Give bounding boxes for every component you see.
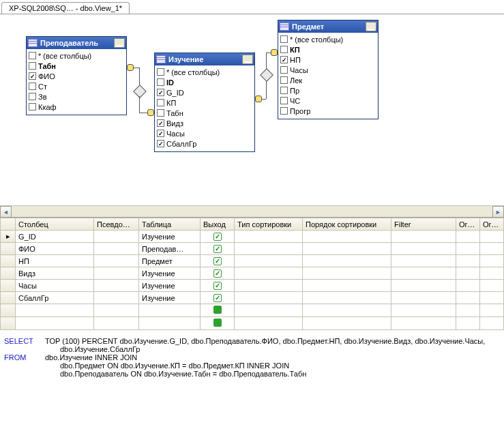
cell-blank[interactable] bbox=[391, 231, 456, 243]
cell-blank[interactable] bbox=[303, 243, 391, 255]
cell-output[interactable] bbox=[201, 243, 235, 255]
row-header[interactable] bbox=[1, 267, 16, 280]
table-title-bar[interactable]: Преподаватель ▬ bbox=[27, 37, 126, 49]
row-header[interactable] bbox=[1, 317, 16, 330]
column-checkbox[interactable] bbox=[29, 52, 36, 59]
column-checkbox[interactable] bbox=[157, 99, 164, 106]
minimize-button[interactable]: ▬ bbox=[366, 22, 376, 31]
grid-row[interactable]: ▸G_IDИзучение bbox=[1, 231, 504, 243]
column-row[interactable]: Ст bbox=[28, 81, 125, 91]
cell-column[interactable]: G_ID bbox=[16, 231, 94, 243]
header-table[interactable]: Таблица bbox=[139, 218, 201, 231]
column-row[interactable]: Часы bbox=[156, 128, 253, 138]
cell-blank[interactable] bbox=[235, 231, 303, 243]
cell-table[interactable] bbox=[139, 317, 201, 330]
output-checkbox[interactable] bbox=[213, 257, 222, 265]
scroll-left-button[interactable]: ◄ bbox=[0, 206, 12, 218]
grid-row[interactable]: ЧасыИзучение bbox=[1, 280, 504, 292]
cell-output[interactable] bbox=[201, 317, 235, 330]
header-output[interactable]: Выход bbox=[201, 218, 235, 231]
cell-blank[interactable] bbox=[480, 280, 504, 292]
column-row[interactable]: Часы bbox=[280, 65, 376, 75]
column-checkbox[interactable] bbox=[157, 130, 164, 137]
column-checkbox[interactable] bbox=[280, 46, 288, 53]
row-header[interactable] bbox=[1, 292, 16, 304]
column-row[interactable]: * (все столбцы) bbox=[280, 34, 376, 44]
cell-table[interactable]: Преподав… bbox=[139, 243, 201, 255]
column-checkbox[interactable] bbox=[29, 72, 36, 80]
cell-blank[interactable] bbox=[235, 317, 303, 330]
cell-blank[interactable] bbox=[303, 304, 391, 317]
document-tab[interactable]: XP-SQL2008\SQ… - dbo.View_1* bbox=[1, 2, 130, 14]
column-checkbox[interactable] bbox=[280, 76, 288, 84]
column-checkbox[interactable] bbox=[280, 35, 288, 43]
sql-pane[interactable]: SELECT TOP (100) PERCENT dbo.Изучение.G_… bbox=[0, 330, 504, 385]
output-checkbox[interactable] bbox=[213, 269, 222, 278]
cell-blank[interactable] bbox=[303, 292, 391, 304]
table-title-bar[interactable]: Предмет ▬ bbox=[278, 20, 378, 33]
column-checkbox[interactable] bbox=[280, 56, 288, 63]
output-checkbox[interactable] bbox=[213, 282, 222, 290]
cell-blank[interactable] bbox=[456, 280, 480, 292]
row-header[interactable] bbox=[1, 243, 16, 255]
diagram-scrollbar[interactable]: ◄ ► bbox=[0, 205, 504, 217]
cell-output[interactable] bbox=[201, 231, 235, 243]
cell-blank[interactable] bbox=[303, 255, 391, 267]
cell-blank[interactable] bbox=[391, 243, 456, 255]
column-checkbox[interactable] bbox=[157, 68, 164, 76]
cell-blank[interactable] bbox=[456, 243, 480, 255]
cell-blank[interactable] bbox=[480, 317, 504, 330]
header-column[interactable]: Столбец bbox=[16, 218, 94, 231]
cell-alias[interactable] bbox=[94, 280, 139, 292]
table-box-izuchenie[interactable]: Изучение ▬ * (все столбцы)IDG_IDКПТабнВи… bbox=[154, 53, 255, 152]
cell-blank[interactable] bbox=[456, 304, 480, 317]
header-or2[interactable]: Or… bbox=[480, 218, 504, 231]
column-checkbox[interactable] bbox=[157, 89, 164, 96]
cell-blank[interactable] bbox=[456, 255, 480, 267]
cell-alias[interactable] bbox=[94, 231, 139, 243]
cell-output[interactable] bbox=[201, 255, 235, 267]
cell-output[interactable] bbox=[201, 267, 235, 280]
column-checkbox[interactable] bbox=[157, 119, 164, 127]
minimize-button[interactable]: ▬ bbox=[242, 55, 253, 64]
cell-blank[interactable] bbox=[480, 255, 504, 267]
column-row[interactable]: СбаллГр bbox=[156, 138, 253, 149]
relation-diamond[interactable] bbox=[135, 87, 145, 96]
cell-table[interactable]: Изучение bbox=[139, 231, 201, 243]
cell-table[interactable]: Изучение bbox=[139, 292, 201, 304]
cell-output[interactable] bbox=[201, 292, 235, 304]
table-box-prepodavatel[interactable]: Преподаватель ▬ * (все столбцы)ТабнФИОСт… bbox=[26, 36, 127, 115]
cell-blank[interactable] bbox=[456, 231, 480, 243]
cell-table[interactable]: Предмет bbox=[139, 255, 201, 267]
header-filter[interactable]: Filter bbox=[391, 218, 456, 231]
scroll-right-button[interactable]: ► bbox=[492, 206, 504, 218]
cell-column[interactable]: Видз bbox=[16, 267, 94, 280]
column-checkbox[interactable] bbox=[280, 66, 288, 74]
column-row[interactable]: Зв bbox=[28, 91, 125, 102]
cell-column[interactable]: СбаллГр bbox=[16, 292, 94, 304]
header-alias[interactable]: Псевдо… bbox=[94, 218, 139, 231]
column-checkbox[interactable] bbox=[157, 109, 164, 117]
cell-blank[interactable] bbox=[235, 304, 303, 317]
column-row[interactable]: ID bbox=[156, 77, 253, 87]
diagram-pane[interactable]: Преподаватель ▬ * (все столбцы)ТабнФИОСт… bbox=[0, 14, 504, 205]
cell-blank[interactable] bbox=[235, 292, 303, 304]
cell-blank[interactable] bbox=[235, 267, 303, 280]
grid-row[interactable]: СбаллГрИзучение bbox=[1, 292, 504, 304]
column-row[interactable]: Ккаф bbox=[28, 102, 125, 112]
cell-alias[interactable] bbox=[94, 243, 139, 255]
output-checkbox[interactable] bbox=[213, 306, 222, 314]
cell-blank[interactable] bbox=[303, 267, 391, 280]
cell-column[interactable]: ФИО bbox=[16, 243, 94, 255]
cell-alias[interactable] bbox=[94, 267, 139, 280]
cell-blank[interactable] bbox=[456, 292, 480, 304]
column-row[interactable]: Прогр bbox=[280, 106, 376, 116]
row-header[interactable] bbox=[1, 304, 16, 317]
cell-blank[interactable] bbox=[480, 304, 504, 317]
cell-output[interactable] bbox=[201, 304, 235, 317]
output-checkbox[interactable] bbox=[213, 294, 222, 302]
column-row[interactable]: G_ID bbox=[156, 87, 253, 98]
column-row[interactable]: НП bbox=[280, 55, 376, 65]
cell-column[interactable]: Часы bbox=[16, 280, 94, 292]
cell-blank[interactable] bbox=[456, 317, 480, 330]
